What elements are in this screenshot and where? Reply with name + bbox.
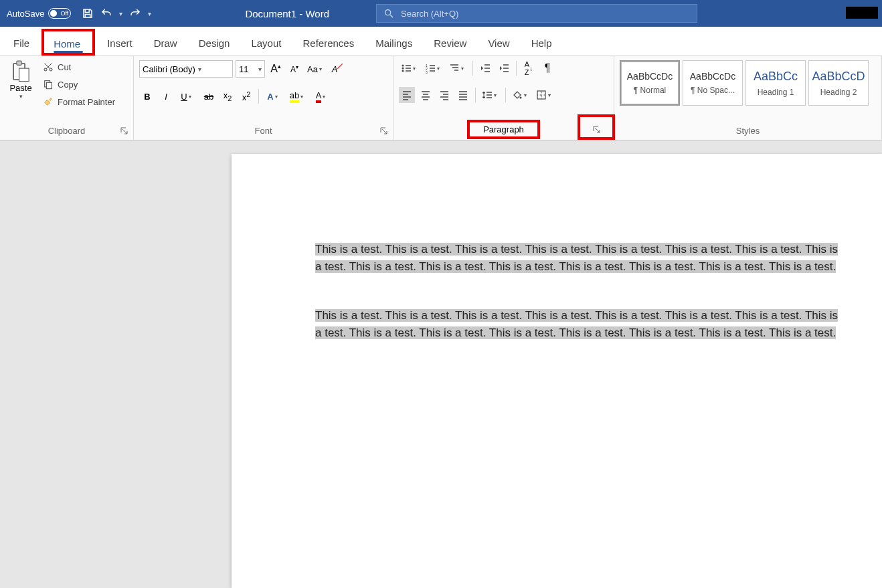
bullet-list-icon bbox=[401, 63, 412, 74]
align-right-button[interactable] bbox=[436, 87, 452, 103]
qat-customize-icon[interactable]: ▾ bbox=[148, 10, 151, 17]
svg-text:3: 3 bbox=[426, 70, 428, 74]
justify-button[interactable] bbox=[455, 87, 471, 103]
outdent-icon bbox=[480, 63, 491, 74]
underline-button[interactable]: U▾ bbox=[177, 88, 198, 104]
show-paragraph-marks-button[interactable]: ¶ bbox=[539, 60, 555, 76]
tab-insert[interactable]: Insert bbox=[98, 31, 142, 56]
redo-icon[interactable] bbox=[129, 7, 141, 19]
paint-bucket-icon bbox=[512, 90, 523, 100]
group-styles: AaBbCcDc ¶ Normal AaBbCcDc ¶ No Spac... … bbox=[614, 56, 882, 140]
align-left-icon bbox=[402, 90, 412, 100]
autosave-label: AutoSave bbox=[7, 9, 44, 19]
style-no-spacing[interactable]: AaBbCcDc ¶ No Spac... bbox=[683, 60, 743, 106]
superscript-button[interactable]: x2 bbox=[238, 88, 254, 104]
justify-icon bbox=[458, 90, 468, 100]
tab-design[interactable]: Design bbox=[189, 31, 240, 56]
ribbon: Paste ▾ Cut Copy Format Painter Clipboar… bbox=[0, 56, 882, 140]
svg-point-49 bbox=[520, 97, 522, 99]
save-icon[interactable] bbox=[82, 7, 94, 19]
style-normal[interactable]: AaBbCcDc ¶ Normal bbox=[620, 60, 680, 106]
align-center-button[interactable] bbox=[418, 87, 434, 103]
group-font: Calibri (Body)▾ 11▾ A▴ A▾ Aa▾ A B I U▾ a… bbox=[134, 56, 393, 140]
line-spacing-icon bbox=[482, 90, 493, 100]
window-title: Document1 - Word bbox=[245, 8, 329, 19]
undo-icon[interactable] bbox=[100, 7, 112, 19]
bold-button[interactable]: B bbox=[139, 88, 155, 104]
paragraph-2[interactable]: This is a test. This is a test. This is … bbox=[315, 307, 842, 341]
scissors-icon bbox=[43, 62, 54, 72]
font-color-button[interactable]: A▾ bbox=[311, 88, 333, 104]
decrease-indent-button[interactable] bbox=[477, 60, 493, 76]
paragraph-dialog-launcher-icon[interactable] bbox=[592, 125, 602, 134]
multilevel-list-button[interactable]: ▾ bbox=[447, 60, 468, 76]
tab-file[interactable]: File bbox=[4, 31, 39, 56]
align-right-icon bbox=[439, 90, 450, 100]
font-dialog-launcher-icon[interactable] bbox=[379, 126, 389, 136]
paragraph-1[interactable]: This is a test. This is a test. This is … bbox=[315, 241, 842, 275]
change-case-button[interactable]: Aa▾ bbox=[305, 61, 327, 77]
text-effects-button[interactable]: A▾ bbox=[263, 88, 284, 104]
highlight-paragraph-label: Paragraph bbox=[467, 120, 540, 139]
bullets-button[interactable]: ▾ bbox=[399, 60, 420, 76]
clipboard-dialog-launcher-icon[interactable] bbox=[120, 126, 129, 136]
italic-button[interactable]: I bbox=[158, 88, 174, 104]
document-workspace[interactable]: This is a test. This is a test. This is … bbox=[0, 140, 882, 588]
style-heading-1[interactable]: AaBbCc Heading 1 bbox=[745, 60, 806, 106]
borders-button[interactable]: ▾ bbox=[534, 87, 555, 103]
sort-button[interactable]: AZ↓ bbox=[521, 60, 537, 76]
shrink-font-button[interactable]: A▾ bbox=[286, 61, 302, 77]
clear-formatting-button[interactable]: A bbox=[329, 61, 345, 77]
subscript-button[interactable]: x2 bbox=[219, 88, 236, 104]
search-placeholder: Search (Alt+Q) bbox=[401, 9, 458, 19]
tab-references[interactable]: References bbox=[293, 31, 363, 56]
increase-indent-button[interactable] bbox=[496, 60, 512, 76]
autosave-toggle[interactable]: AutoSave Off bbox=[7, 8, 71, 19]
svg-rect-4 bbox=[19, 68, 29, 81]
tab-view[interactable]: View bbox=[478, 31, 519, 56]
ribbon-tabs: File Home Insert Draw Design Layout Refe… bbox=[0, 27, 882, 56]
align-left-button[interactable] bbox=[399, 87, 415, 103]
numbering-button[interactable]: 123▾ bbox=[423, 60, 444, 76]
font-size-combo[interactable]: 11▾ bbox=[236, 60, 265, 78]
document-page[interactable]: This is a test. This is a test. This is … bbox=[232, 154, 882, 588]
quick-access-toolbar: ▾ ▾ bbox=[82, 7, 151, 19]
clipboard-icon bbox=[11, 60, 31, 83]
copy-button[interactable]: Copy bbox=[40, 78, 118, 91]
number-list-icon: 123 bbox=[425, 63, 436, 74]
tab-layout[interactable]: Layout bbox=[242, 31, 290, 56]
grow-font-button[interactable]: A▴ bbox=[268, 61, 284, 77]
selection-gap bbox=[325, 280, 840, 302]
group-label-clipboard: Clipboard bbox=[5, 123, 128, 140]
font-name-combo[interactable]: Calibri (Body)▾ bbox=[139, 60, 233, 78]
dropdown-chevron-icon[interactable]: ▾ bbox=[119, 10, 122, 17]
tab-home[interactable]: Home bbox=[44, 31, 92, 53]
svg-point-11 bbox=[402, 70, 404, 72]
group-label-paragraph: Paragraph bbox=[483, 124, 524, 134]
tab-review[interactable]: Review bbox=[424, 31, 476, 56]
tab-mailings[interactable]: Mailings bbox=[366, 31, 422, 56]
search-input[interactable]: Search (Alt+Q) bbox=[376, 4, 697, 23]
multilevel-list-icon bbox=[449, 63, 460, 74]
copy-icon bbox=[43, 79, 54, 90]
group-paragraph: ▾ 123▾ ▾ AZ↓ ¶ bbox=[393, 56, 614, 140]
line-spacing-button[interactable]: ▾ bbox=[480, 87, 501, 103]
redacted-account-area bbox=[846, 7, 878, 19]
svg-point-9 bbox=[402, 65, 404, 67]
tab-draw[interactable]: Draw bbox=[145, 31, 187, 56]
search-icon bbox=[383, 8, 394, 19]
svg-line-1 bbox=[390, 15, 393, 17]
cut-button[interactable]: Cut bbox=[40, 60, 118, 74]
strikethrough-button[interactable]: ab bbox=[201, 88, 217, 104]
indent-icon bbox=[499, 63, 509, 74]
svg-rect-8 bbox=[46, 82, 52, 88]
tab-help[interactable]: Help bbox=[522, 31, 561, 56]
group-label-font: Font bbox=[139, 123, 387, 140]
highlight-button[interactable]: ab▾ bbox=[287, 88, 308, 104]
shading-button[interactable]: ▾ bbox=[510, 87, 531, 103]
toggle-switch-icon[interactable]: Off bbox=[48, 8, 71, 19]
style-heading-2[interactable]: AaBbCcD Heading 2 bbox=[808, 60, 869, 106]
format-painter-button[interactable]: Format Painter bbox=[40, 95, 118, 108]
highlight-home-tab: Home bbox=[41, 29, 95, 56]
paste-button[interactable]: Paste ▾ bbox=[5, 60, 36, 100]
